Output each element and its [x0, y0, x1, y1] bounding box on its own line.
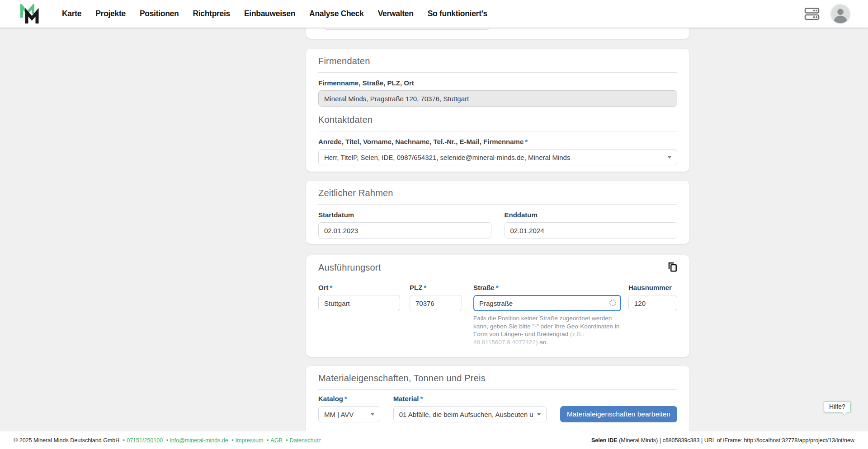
mineral-minds-logo-icon[interactable] [20, 4, 39, 24]
contact-select-value: Herr, TitelP, Selen, IDE, 0987/654321, s… [324, 154, 570, 161]
hint-text: Falls die Position keiner Straße zugeord… [473, 315, 619, 337]
nav-item-richtpreis[interactable]: Richtpreis [193, 9, 230, 19]
card-zeitlicher-rahmen: Zeitlicher Rahmen Startdatum Enddatum [306, 181, 689, 244]
strasse-hint: Falls die Position keiner Straße zugeord… [473, 314, 621, 346]
footer-left: © 2025 Mineral Minds Deutschland GmbH •0… [14, 437, 321, 444]
startdatum-input[interactable] [318, 222, 491, 239]
card-ausfuehrungsort: Ausführungsort Ort* PLZ* Straße* [306, 255, 689, 357]
katalog-select-value: MM | AVV [324, 411, 354, 418]
dot-separator: • [166, 437, 168, 444]
material-select-value: 01 Abfälle, die beim Aufsuchen, Ausbeute… [399, 411, 533, 418]
nav-item-positionen[interactable]: Positionen [140, 9, 179, 19]
strasse-label: Straße* [473, 284, 621, 291]
footer-link-phone[interactable]: 07151/250100 [127, 437, 163, 444]
divider [318, 131, 677, 131]
contact-label: Anrede, Titel, Vorname, Nachname, Tel.-N… [318, 138, 677, 145]
help-button[interactable]: Hilfe? [824, 401, 851, 412]
hausnummer-input[interactable] [628, 295, 677, 311]
speech-bubble-tail [841, 410, 847, 416]
card-firmendaten: Firmendaten Firmenname, Straße, PLZ, Ort… [306, 49, 689, 172]
loading-spinner-icon [609, 299, 616, 306]
footer-link-datenschutz[interactable]: Datenschutz [290, 437, 321, 444]
main-nav: Karte Projekte Positionen Richtpreis Ein… [62, 0, 487, 28]
nav-item-analyse-check[interactable]: Analyse Check [309, 9, 364, 19]
plz-label: PLZ* [410, 284, 462, 291]
divider [318, 72, 677, 73]
top-navigation-bar: Karte Projekte Positionen Richtpreis Ein… [0, 0, 868, 28]
material-select[interactable]: 01 Abfälle, die beim Aufsuchen, Ausbeute… [393, 406, 547, 422]
required-asterisk: * [424, 284, 426, 291]
section-title-material: Materialeigenschaften, Tonnen und Preis [318, 373, 677, 384]
katalog-label: Katalog* [318, 395, 380, 402]
strasse-label-text: Straße [473, 284, 495, 291]
startdatum-label: Startdatum [318, 211, 491, 219]
katalog-label-text: Katalog [318, 395, 343, 402]
nav-item-so-funktionierts[interactable]: So funktioniert's [428, 9, 487, 19]
footer-link-email[interactable]: info@mineral-minds.de [170, 437, 228, 444]
copyright-text: © 2025 Mineral Minds Deutschland GmbH [14, 437, 119, 444]
enddatum-input[interactable] [505, 222, 678, 239]
dot-separator: • [286, 437, 288, 444]
footer-app-name: Selen IDE [591, 437, 618, 444]
nav-item-projekte[interactable]: Projekte [95, 9, 126, 19]
required-asterisk: * [525, 138, 528, 145]
material-label: Material* [393, 395, 547, 402]
section-title-zeitlicher-rahmen: Zeitlicher Rahmen [318, 188, 677, 198]
dot-separator: • [123, 437, 125, 444]
required-asterisk: * [344, 395, 347, 402]
server-icon[interactable] [804, 7, 820, 21]
header-actions [804, 0, 850, 28]
company-label: Firmenname, Straße, PLZ, Ort [318, 79, 677, 87]
card-partial-top [306, 28, 689, 39]
plz-input[interactable] [410, 295, 462, 311]
copy-icon[interactable] [666, 261, 678, 273]
contact-select[interactable]: Herr, TitelP, Selen, IDE, 0987/654321, s… [318, 149, 677, 165]
footer-link-agb[interactable]: AGB [270, 437, 282, 444]
chevron-down-icon [668, 156, 671, 159]
nav-item-verwalten[interactable]: Verwalten [378, 9, 414, 19]
enddatum-label: Enddatum [505, 211, 678, 219]
footer: © 2025 Mineral Minds Deutschland GmbH •0… [0, 431, 868, 449]
section-title-firmendaten: Firmendaten [318, 56, 677, 66]
hint-suffix: an. [538, 339, 548, 346]
dot-separator: • [231, 437, 233, 444]
section-title-kontaktdaten: Kontaktdaten [318, 115, 677, 125]
required-asterisk: * [420, 395, 423, 402]
section-title-ausfuehrungsort: Ausführungsort [318, 262, 677, 273]
footer-right: Selen IDE (Mineral Minds) | c6805839c383… [591, 437, 854, 444]
nav-item-karte[interactable]: Karte [62, 9, 81, 19]
katalog-select[interactable]: MM | AVV [318, 406, 380, 422]
footer-context-text: (Mineral Minds) | c6805839c383 | URL of … [618, 437, 854, 444]
material-label-text: Material [393, 395, 419, 402]
company-input [318, 90, 677, 107]
dot-separator: • [267, 437, 269, 444]
ort-input[interactable] [318, 295, 400, 311]
plz-label-text: PLZ [410, 284, 422, 291]
chevron-down-icon [537, 413, 541, 416]
required-asterisk: * [330, 284, 333, 291]
user-avatar-icon[interactable] [831, 5, 850, 23]
hausnummer-label: Hausnummer [628, 284, 677, 291]
help-label: Hilfe? [829, 403, 845, 410]
edit-material-properties-button[interactable]: Materialeigenschaften bearbeiten [560, 406, 677, 422]
ort-label: Ort* [318, 284, 400, 291]
chevron-down-icon [371, 413, 374, 416]
contact-label-text: Anrede, Titel, Vorname, Nachname, Tel.-N… [318, 138, 524, 145]
footer-link-impressum[interactable]: Impressum [236, 437, 264, 444]
nav-item-einbauweisen[interactable]: Einbauweisen [244, 9, 295, 19]
strasse-input[interactable] [473, 295, 621, 311]
ort-label-text: Ort [318, 284, 329, 291]
divider [318, 389, 677, 390]
required-asterisk: * [496, 284, 499, 291]
